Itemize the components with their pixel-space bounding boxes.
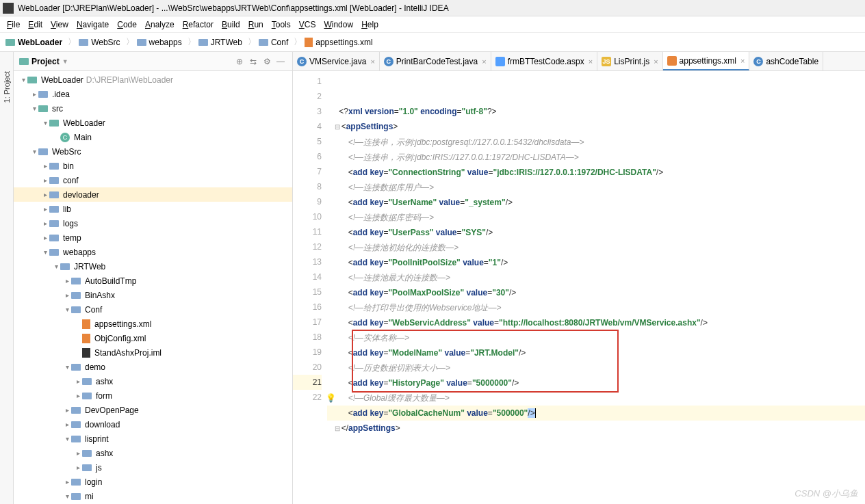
project-panel-title[interactable]: Project <box>31 57 60 66</box>
code-line-8[interactable]: <!—连接数据库密码—> <box>327 210 865 225</box>
code-line-18[interactable]: <!—历史数据切割表大小—> <box>327 360 865 375</box>
tree-item-binashx[interactable]: ▸BinAshx <box>14 288 292 302</box>
code-editor[interactable]: 12345678910111213141516171819202122 <?xm… <box>293 71 865 504</box>
menu-help[interactable]: Help <box>357 20 383 29</box>
tree-arrow-icon[interactable]: ▸ <box>74 449 82 457</box>
tree-arrow-icon[interactable]: ▸ <box>63 406 71 414</box>
code-line-2[interactable]: ⊟<appSettings> <box>327 119 865 135</box>
tree-item-devloader[interactable]: ▸devloader <box>14 187 292 202</box>
tree-item-src[interactable]: ▾src <box>14 101 292 116</box>
tree-arrow-icon[interactable]: ▸ <box>63 421 71 428</box>
close-icon[interactable]: × <box>654 57 658 66</box>
code-line-16[interactable]: <!—实体名称—> <box>327 330 865 345</box>
breadcrumb-1[interactable]: WebSrc <box>79 38 120 47</box>
menu-tools[interactable]: Tools <box>268 20 295 29</box>
tree-arrow-icon[interactable]: ▾ <box>63 492 71 500</box>
code-line-15[interactable]: <add key="WebServicAddress" value="http:… <box>327 315 865 330</box>
code-line-1[interactable]: <?xml version="1.0" encoding="utf-8"?> <box>327 104 865 119</box>
menu-edit[interactable]: Edit <box>24 20 47 29</box>
menu-analyze[interactable]: Analyze <box>141 20 179 29</box>
tree-item-bin[interactable]: ▸bin <box>14 159 292 173</box>
tree-arrow-icon[interactable]: ▾ <box>19 76 27 83</box>
code-line-11[interactable]: <add key="PoolInitPoolSize" value="1"/> <box>327 255 865 270</box>
menu-code[interactable]: Code <box>113 20 141 29</box>
tree-arrow-icon[interactable]: ▸ <box>74 464 82 471</box>
tree-item-standashxproj-iml[interactable]: StandAshxProj.iml <box>14 345 292 360</box>
tree-item-autobuildtmp[interactable]: ▸AutoBuildTmp <box>14 274 292 288</box>
tree-item-logs[interactable]: ▸logs <box>14 216 292 230</box>
scroll-from-source-icon[interactable]: ⊕ <box>233 55 246 68</box>
code-line-10[interactable]: <!—连接池初始化的连接数—> <box>327 240 865 255</box>
tab-ashcodetable[interactable]: CashCodeTable <box>749 52 823 70</box>
tree-item-webloader[interactable]: ▾WebLoader <box>14 116 292 130</box>
tree-arrow-icon[interactable]: ▸ <box>63 291 71 299</box>
tree-arrow-icon[interactable]: ▾ <box>63 435 71 442</box>
breadcrumb-3[interactable]: JRTWeb <box>198 38 242 47</box>
tree-item-jrtweb[interactable]: ▾JRTWeb <box>14 259 292 274</box>
tab-printbarcodetest-java[interactable]: CPrintBarCodeTest.java× <box>380 52 491 70</box>
tree-item-ashx[interactable]: ▸ashx <box>14 446 292 460</box>
tree-item-webapps[interactable]: ▾webapps <box>14 245 292 259</box>
close-icon[interactable]: × <box>589 57 593 66</box>
tree-item-lib[interactable]: ▸lib <box>14 202 292 216</box>
tab-vmservice-java[interactable]: CVMService.java× <box>293 52 380 70</box>
tree-item-lisprint[interactable]: ▾lisprint <box>14 432 292 446</box>
tree-arrow-icon[interactable]: ▸ <box>74 377 82 385</box>
menu-file[interactable]: File <box>3 20 24 29</box>
tree-item-ashx[interactable]: ▸ashx <box>14 374 292 388</box>
tab-frmbttestcode-aspx[interactable]: frmBTTestCode.aspx× <box>491 52 597 70</box>
collapse-all-icon[interactable]: ⇆ <box>247 55 259 68</box>
tree-item-websrc[interactable]: ▾WebSrc <box>14 144 292 159</box>
tree-arrow-icon[interactable]: ▸ <box>63 277 71 284</box>
tree-item-temp[interactable]: ▸temp <box>14 230 292 245</box>
tree-item-main[interactable]: CMain <box>14 130 292 144</box>
code-line-14[interactable]: <!—给打印导出使用的Webservice地址—> <box>327 300 865 315</box>
code-line-12[interactable]: <!—连接池最大的连接数—> <box>327 270 865 285</box>
tree-arrow-icon[interactable]: ▸ <box>41 176 49 184</box>
tree-item-download[interactable]: ▸download <box>14 417 292 432</box>
code-line-3[interactable]: <!—连接串，示例:jdbc:postgresql://127.0.0.1:54… <box>327 135 865 150</box>
close-icon[interactable]: × <box>740 57 745 65</box>
menu-run[interactable]: Run <box>244 20 268 29</box>
code-line-17[interactable]: <add key="ModelName" value="JRT.Model"/> <box>327 345 865 360</box>
tab-lisprint-js[interactable]: JSLisPrint.js× <box>597 52 662 70</box>
tree-item-conf[interactable]: ▸conf <box>14 173 292 187</box>
menu-window[interactable]: Window <box>320 20 357 29</box>
tree-arrow-icon[interactable]: ▸ <box>41 205 49 213</box>
tree-item-objconfig-xml[interactable]: ObjConfig.xml <box>14 331 292 345</box>
breadcrumb-5[interactable]: appsettings.xml <box>305 38 372 47</box>
breadcrumb-2[interactable]: webapps <box>137 38 182 47</box>
code-line-19[interactable]: <add key="HistoryPage" value="5000000"/> <box>327 375 865 390</box>
close-icon[interactable]: × <box>370 57 374 66</box>
close-icon[interactable]: × <box>482 57 486 66</box>
code-line-20[interactable]: 💡 <!—Global缓存最大数量—> <box>327 390 865 406</box>
tree-arrow-icon[interactable]: ▾ <box>63 306 71 313</box>
tree-item-conf[interactable]: ▾Conf <box>14 302 292 317</box>
tree-item-webloader[interactable]: ▾WebLoaderD:\JREPlan\WebLoader <box>14 72 292 87</box>
code-content[interactable]: <?xml version="1.0" encoding="utf-8"?> ⊟… <box>327 71 865 504</box>
tree-item-devopenpage[interactable]: ▸DevOpenPage <box>14 403 292 417</box>
chevron-down-icon[interactable]: ▼ <box>62 58 68 65</box>
tree-arrow-icon[interactable]: ▾ <box>63 363 71 371</box>
tree-item-appsettings-xml[interactable]: appsettings.xml <box>14 317 292 331</box>
tree-arrow-icon[interactable]: ▸ <box>63 478 71 486</box>
tree-item-login[interactable]: ▸login <box>14 475 292 489</box>
hide-icon[interactable]: — <box>274 55 287 68</box>
breadcrumb-4[interactable]: Conf <box>259 38 288 47</box>
tree-arrow-icon[interactable]: ▸ <box>74 392 82 399</box>
code-line-13[interactable]: <add key="PoolMaxPoolSize" value="30"/> <box>327 285 865 300</box>
tree-arrow-icon[interactable]: ▾ <box>52 263 60 270</box>
tree-item-form[interactable]: ▸form <box>14 388 292 403</box>
code-line-21[interactable]: <add key="GlobalCacheNum" value="500000"… <box>327 406 865 421</box>
tree-item-demo[interactable]: ▾demo <box>14 360 292 374</box>
gear-icon[interactable]: ⚙ <box>261 55 273 68</box>
menu-vcs[interactable]: VCS <box>295 20 320 29</box>
menu-build[interactable]: Build <box>218 20 244 29</box>
tree-item--idea[interactable]: ▸.idea <box>14 87 292 101</box>
tree-arrow-icon[interactable]: ▾ <box>30 105 38 112</box>
tree-arrow-icon[interactable]: ▾ <box>30 148 38 155</box>
menu-view[interactable]: View <box>47 20 73 29</box>
menu-navigate[interactable]: Navigate <box>73 20 113 29</box>
tree-arrow-icon[interactable]: ▾ <box>41 248 49 256</box>
tree-arrow-icon[interactable]: ▸ <box>41 220 49 227</box>
